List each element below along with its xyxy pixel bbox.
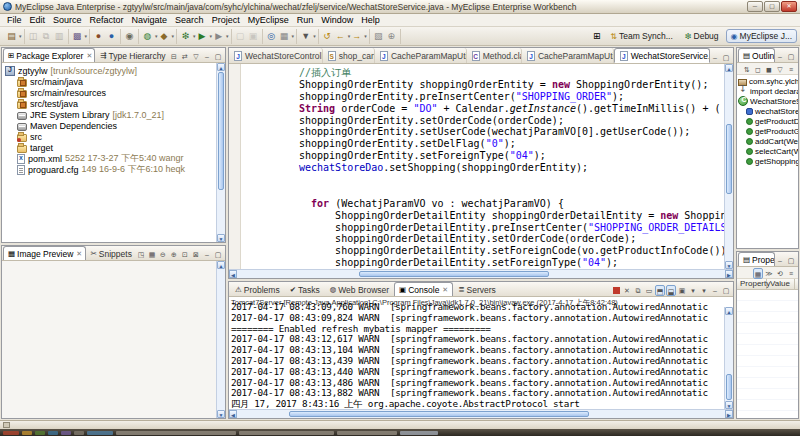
toggle-mark-occurrences-icon[interactable]: ▦: [278, 29, 291, 43]
fit-window-icon[interactable]: ⊡: [180, 249, 190, 260]
zoom-out-icon[interactable]: ⊖: [158, 249, 168, 260]
maximize-icon[interactable]: ▢: [213, 249, 223, 260]
scrollbar-thumb[interactable]: [218, 72, 224, 190]
new-wizard-dropdown-icon[interactable]: ▾: [19, 33, 22, 39]
menu-edit[interactable]: Edit: [26, 15, 50, 25]
menu-search[interactable]: Search: [171, 15, 208, 25]
scroll-left-icon[interactable]: ◀: [229, 270, 237, 278]
tree-item-maven-dependencies[interactable]: Maven Dependencies: [17, 120, 216, 131]
outline-item-wechatstoredao-w[interactable]: wechatStoreDao : W: [746, 106, 798, 116]
maximize-icon[interactable]: ▢: [721, 52, 731, 63]
scroll-lock-icon[interactable]: ⬒: [655, 285, 665, 296]
outline-item-getshopping-wech[interactable]: getShopping(Wech: [746, 156, 798, 166]
close-tab-icon[interactable]: ✕: [76, 250, 82, 258]
external-tools-dropdown-icon[interactable]: ▾: [226, 33, 229, 39]
sort-icon[interactable]: ⇅: [742, 64, 752, 75]
new-wizard-icon[interactable]: ▤: [5, 29, 18, 43]
tab-console[interactable]: ▣Console✕: [394, 282, 453, 296]
pin-console-icon[interactable]: ▣: [677, 285, 687, 296]
menu-myeclipse[interactable]: MyEclipse: [244, 15, 293, 25]
close-tab-icon[interactable]: ✕: [442, 286, 448, 294]
perspective-debug[interactable]: ❇Debug: [680, 29, 724, 43]
show-on-output-icon[interactable]: ⬓: [666, 285, 676, 296]
open-perspective-button[interactable]: ⊞: [590, 29, 603, 43]
terminate-icon[interactable]: [611, 285, 621, 296]
open-console-icon[interactable]: ▾: [699, 285, 709, 296]
show-advanced-icon[interactable]: ≫: [764, 268, 774, 279]
next-annotation-dropdown-icon[interactable]: ▾: [313, 33, 316, 39]
perspective-myeclipse-j[interactable]: ◉MyEclipse J...: [726, 29, 797, 43]
show-categories-icon[interactable]: ▦: [753, 268, 763, 279]
external-tools-icon[interactable]: ▶: [212, 29, 225, 43]
open-wizard-dropdown-icon[interactable]: ▾: [85, 33, 88, 39]
remove-launch-icon[interactable]: ✕: [622, 285, 632, 296]
taskbar-item[interactable]: [239, 431, 334, 435]
image-preview-scrollbar[interactable]: ▲ ▼: [216, 261, 225, 418]
tab-properties[interactable]: ▤Properties✕: [738, 252, 775, 266]
taskbar-item[interactable]: [74, 431, 84, 435]
minimize-icon[interactable]: –: [202, 249, 212, 260]
perspective-team-synch[interactable]: ⇅Team Synch...: [605, 29, 678, 43]
tree-item-zgtyylw[interactable]: zgtyylw[trunk/source/zgtyylw]: [5, 65, 216, 76]
tree-item-src-main-java[interactable]: src/main/java: [17, 76, 216, 87]
remove-all-launches-icon[interactable]: ⧉: [633, 285, 643, 296]
minimize-icon[interactable]: –: [202, 51, 212, 62]
deploy-project-icon[interactable]: ●: [92, 29, 105, 43]
tree-item-src-main-resources[interactable]: src/main/resources: [17, 87, 216, 98]
new-package-dropdown-icon[interactable]: ▾: [172, 33, 175, 39]
taskbar-item[interactable]: [116, 431, 236, 435]
outline-item-addcart-wechatjpar[interactable]: addCart(WechatjPar: [746, 136, 798, 146]
tab-image-preview[interactable]: ▦Image Preview✕: [3, 246, 86, 260]
tree-item-jre-system-library[interactable]: JRE System Library[jdk1.7.0_21]: [17, 109, 216, 120]
maximize-icon[interactable]: ▢: [213, 51, 223, 62]
menu-project[interactable]: Project: [208, 15, 244, 25]
windows-taskbar[interactable]: [0, 429, 800, 436]
tree-item-src-test-java[interactable]: src/test/java: [17, 98, 216, 109]
browse-icon[interactable]: ◳: [136, 249, 146, 260]
scroll-left-icon[interactable]: ◀: [229, 410, 237, 418]
console-log[interactable]: 2017-04-17 08:43:09,760 WARN [springfram…: [229, 302, 724, 409]
menu-run[interactable]: Run: [293, 15, 318, 25]
tab-snippets[interactable]: ✂Snippets: [86, 246, 136, 260]
close-tab-icon[interactable]: ✕: [86, 52, 92, 60]
taskbar-item[interactable]: [48, 431, 58, 435]
maximize-icon[interactable]: ▢: [786, 51, 796, 62]
scroll-up-icon[interactable]: ▲: [217, 63, 225, 71]
console-hscrollbar[interactable]: ◀ ▶: [229, 409, 733, 418]
view-menu-icon[interactable]: ▽: [191, 51, 201, 62]
taskbar-item[interactable]: [400, 431, 438, 435]
editor-tab-method-class[interactable]: CMethod.class: [467, 48, 522, 63]
collapse-all-icon[interactable]: ⊟: [169, 51, 179, 62]
taskbar-item[interactable]: [35, 431, 45, 435]
scroll-right-icon[interactable]: ▶: [725, 410, 733, 418]
outline-item-com-syhc-ylchina-wechat[interactable]: com.syhc.ylchina.wechat: [738, 76, 798, 86]
scrollbar-thumb[interactable]: [289, 411, 589, 417]
menu-window[interactable]: Window: [317, 15, 357, 25]
annotations-2-icon[interactable]: ▧: [372, 29, 385, 43]
editor-hscrollbar[interactable]: ◀ ▶: [229, 269, 733, 278]
package-explorer-scrollbar[interactable]: ▲ ▼: [216, 63, 225, 242]
tree-item-src[interactable]: src: [17, 131, 216, 142]
outline-item-getproductgrid-stri[interactable]: getProductGrid(Stri: [746, 126, 798, 136]
scroll-up-icon[interactable]: ▲: [725, 307, 733, 315]
restore-defaults-icon[interactable]: ⟲: [775, 268, 785, 279]
tomcat-server-icon[interactable]: ◉: [123, 29, 136, 43]
taskbar-item[interactable]: [22, 431, 32, 435]
tab-web-browser[interactable]: ◍Web Browser: [325, 282, 394, 296]
editor-tab-wechatstoreservice-java[interactable]: JWechatStoreService.java✕: [614, 48, 710, 63]
scrollbar-thumb[interactable]: [726, 124, 732, 194]
tab-problems[interactable]: ⚠Problems: [230, 282, 285, 296]
tree-item-proguard-cfg[interactable]: proguard.cfg149 16-9-6 下午6:10 heqk: [17, 164, 216, 175]
scroll-up-icon[interactable]: ▲: [217, 261, 225, 269]
outline-item-wechatstoreservice[interactable]: WechatStoreService: [738, 96, 798, 106]
scroll-down-icon[interactable]: ▼: [725, 261, 733, 269]
scroll-up-icon[interactable]: ▲: [725, 64, 733, 72]
menu-navigate[interactable]: Navigate: [128, 15, 172, 25]
run-app-server-icon[interactable]: ●: [105, 29, 118, 43]
team-icon-icon[interactable]: ⊕: [385, 29, 398, 43]
maximize-button[interactable]: ▢: [764, 1, 780, 12]
maximize-icon[interactable]: ▢: [786, 255, 796, 266]
scroll-down-icon[interactable]: ▼: [217, 234, 225, 242]
run-icon[interactable]: ▶: [196, 29, 209, 43]
zoom-in-icon[interactable]: ⊕: [169, 249, 179, 260]
